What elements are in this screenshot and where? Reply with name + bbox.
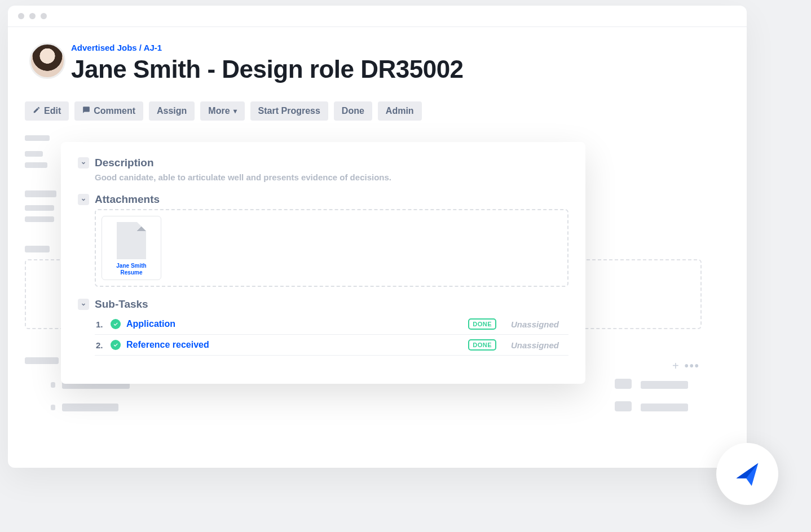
skeleton [25,135,50,141]
done-button[interactable]: Done [334,101,372,121]
description-text: Good canidate, able to articulate well a… [95,172,568,182]
assign-label: Assign [157,106,187,116]
more-button[interactable]: More ▾ [200,101,244,121]
skeleton [51,382,55,388]
add-more-icons[interactable]: + ••• [672,360,700,373]
skeleton [62,404,118,411]
start-progress-button[interactable]: Start Progress [250,101,328,121]
avatar[interactable] [29,43,65,79]
attachments-heading: Attachments [95,193,160,206]
check-circle-icon [111,340,121,350]
admin-label: Admin [386,106,414,116]
subtask-row[interactable]: 1. Application DONE Unassigned [95,314,568,335]
edit-button[interactable]: Edit [25,101,69,121]
admin-button[interactable]: Admin [378,101,422,121]
more-icon: ••• [685,360,700,373]
subtask-name: Application [126,319,462,329]
status-badge: DONE [468,318,496,330]
attachments-section-header: Attachments [78,193,568,206]
chevron-down-icon [80,159,87,166]
send-plane-icon [730,456,765,491]
description-section-header: Description [78,157,568,169]
subtask-number: 2. [96,340,105,350]
subtask-assignee: Unassigned [511,320,567,329]
pencil-icon [33,106,41,116]
traffic-light-dot [41,13,47,19]
collapse-attachments-button[interactable] [78,194,89,205]
start-progress-label: Start Progress [258,106,320,116]
breadcrumb[interactable]: Advertised Jobs / AJ-1 [71,43,162,52]
status-badge: DONE [468,339,496,351]
subtask-name: Reference received [126,340,462,350]
more-label: More [208,106,230,116]
assign-button[interactable]: Assign [149,101,195,121]
skeleton [25,190,56,197]
subtasks-body: 1. Application DONE Unassigned 2. Refere… [95,314,568,356]
subtasks-section-header: Sub-Tasks [78,298,568,311]
subtask-number: 1. [96,320,105,329]
attachment-file[interactable]: Jane Smith Resume [102,216,161,280]
comment-button[interactable]: Comment [74,101,143,121]
attachment-name: Jane Smith Resume [107,263,156,276]
comment-icon [82,106,90,116]
plus-icon: + [672,360,679,373]
subtasks-heading: Sub-Tasks [95,298,148,311]
traffic-light-dot [29,13,36,19]
edit-label: Edit [44,106,61,116]
app-window: Advertised Jobs / AJ-1 Jane Smith - Desi… [8,6,747,468]
toolbar: Edit Comment Assign More ▾ Start Progres… [25,101,422,121]
skeleton [25,246,50,252]
content: Advertised Jobs / AJ-1 Jane Smith - Desi… [8,27,747,50]
attachments-dropzone[interactable]: Jane Smith Resume [95,209,568,287]
skeleton [51,405,55,410]
skeleton [25,151,43,157]
detail-card: Description Good canidate, able to artic… [61,142,585,384]
collapse-description-button[interactable] [78,157,89,169]
description-heading: Description [95,157,154,169]
chevron-down-icon [80,301,87,308]
file-icon [117,222,146,259]
skeleton [615,401,632,411]
chevron-down-icon [80,196,87,203]
page-title: Jane Smith - Design role DR35002 [71,55,464,83]
help-fab[interactable] [716,443,778,505]
skeleton [25,216,54,222]
subtask-assignee: Unassigned [511,340,567,350]
skeleton [641,381,688,389]
collapse-subtasks-button[interactable] [78,299,89,310]
skeleton [25,162,47,168]
description-body: Good canidate, able to articulate well a… [95,172,568,182]
traffic-light-dot [18,13,24,19]
attachments-body: Jane Smith Resume [95,209,568,287]
chevron-down-icon: ▾ [233,107,237,115]
skeleton [615,379,632,389]
done-label: Done [342,106,364,116]
check-circle-icon [111,319,121,329]
window-chrome [8,6,747,27]
skeleton [25,357,59,364]
comment-label: Comment [94,106,135,116]
skeleton [641,404,688,411]
skeleton [25,205,54,211]
subtask-row[interactable]: 2. Reference received DONE Unassigned [95,335,568,356]
